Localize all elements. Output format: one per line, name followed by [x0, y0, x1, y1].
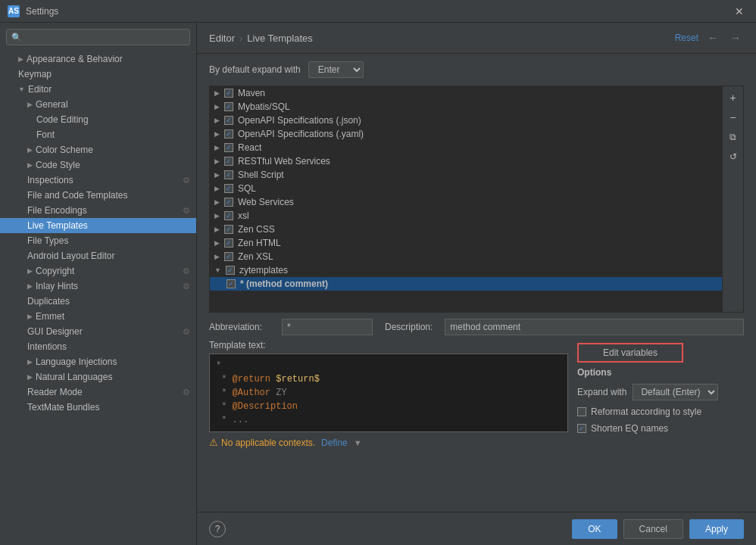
template-group-zen-xsl[interactable]: ▶ Zen XSL [210, 250, 722, 263]
zen-css-checkbox[interactable] [224, 225, 233, 234]
sidebar-item-live-templates[interactable]: Live Templates [0, 218, 196, 233]
sidebar-item-editor[interactable]: ▼ Editor [0, 82, 196, 97]
search-box[interactable]: 🔍 [6, 29, 190, 45]
template-group-mybatis[interactable]: ▶ Mybatis/SQL [210, 100, 722, 114]
help-button[interactable]: ? [209, 521, 226, 537]
close-icon[interactable]: ✕ [730, 4, 748, 19]
remove-button[interactable]: − [725, 109, 742, 126]
sidebar-item-reader-mode[interactable]: Reader Mode ⚙ [0, 385, 196, 400]
sidebar-item-copyright[interactable]: ▶ Copyright ⚙ [0, 263, 196, 279]
react-checkbox[interactable] [224, 143, 233, 152]
sidebar-item-inlay-hints[interactable]: ▶ Inlay Hints ⚙ [0, 279, 196, 294]
copy-button[interactable]: ⧉ [725, 129, 742, 145]
openapi-yaml-checkbox[interactable] [224, 129, 233, 139]
sql-checkbox[interactable] [224, 184, 233, 193]
sidebar: 🔍 ▶ Appearance & Behavior Keymap ▼ Edito… [0, 23, 197, 545]
sidebar-item-android-layout-editor[interactable]: Android Layout Editor [0, 248, 196, 263]
sidebar-item-font[interactable]: Font [0, 127, 196, 142]
sidebar-item-keymap[interactable]: Keymap [0, 67, 196, 82]
add-button[interactable]: + [725, 89, 742, 106]
sidebar-item-code-style[interactable]: ▶ Code Style [0, 157, 196, 173]
sidebar-item-intentions[interactable]: Intentions [0, 339, 196, 354]
chevron-right-icon: ▶ [214, 117, 220, 124]
template-group-openapi-json[interactable]: ▶ OpenAPI Specifications (.json) [210, 114, 722, 127]
zytemplates-checkbox[interactable] [226, 266, 235, 275]
footer: ? OK Cancel Apply [197, 512, 756, 545]
openapi-json-checkbox[interactable] [224, 116, 233, 125]
template-item-method-comment[interactable]: * (method comment) [210, 277, 722, 291]
sidebar-item-appearance[interactable]: ▶ Appearance & Behavior [0, 51, 196, 67]
apply-button[interactable]: Apply [689, 519, 744, 539]
maven-checkbox[interactable] [224, 89, 233, 98]
abbreviation-input[interactable] [282, 319, 373, 335]
template-group-openapi-yaml[interactable]: ▶ OpenAPI Specifications (.yaml) [210, 127, 722, 141]
template-group-shell[interactable]: ▶ Shell Script [210, 168, 722, 182]
sidebar-item-file-types[interactable]: File Types [0, 233, 196, 248]
mybatis-checkbox[interactable] [224, 102, 233, 111]
main-content: By default expand with EnterTabSpace ▶ M… [197, 54, 756, 512]
template-group-xsl[interactable]: ▶ xsl [210, 209, 722, 223]
restful-checkbox[interactable] [224, 157, 233, 166]
shorten-checkbox[interactable] [577, 424, 586, 433]
group-name-zen-html: Zen HTML [238, 238, 281, 248]
chevron-right-icon: ▶ [27, 161, 33, 169]
template-group-restful[interactable]: ▶ RESTful Web Services [210, 154, 722, 168]
reformat-checkbox[interactable] [577, 407, 586, 416]
sidebar-item-file-code-templates[interactable]: File and Code Templates [0, 188, 196, 203]
template-group-zen-html[interactable]: ▶ Zen HTML [210, 236, 722, 250]
expand-label: By default expand with [209, 64, 301, 75]
nav-back-button[interactable]: ← [704, 30, 721, 45]
expand-select[interactable]: EnterTabSpace [308, 61, 364, 78]
method-comment-checkbox[interactable] [226, 279, 236, 288]
template-group-maven[interactable]: ▶ Maven [210, 86, 722, 100]
template-list: ▶ Maven ▶ Mybatis/SQL ▶ OpenAPI S [210, 86, 722, 312]
reset-button[interactable]: Reset [675, 33, 698, 43]
template-group-web-services[interactable]: ▶ Web Services [210, 195, 722, 209]
define-link[interactable]: Define [321, 438, 348, 448]
nav-forward-button[interactable]: → [727, 30, 744, 45]
sidebar-item-duplicates[interactable]: Duplicates [0, 294, 196, 309]
description-input[interactable] [445, 319, 744, 335]
sidebar-item-emmet[interactable]: ▶ Emmet [0, 309, 196, 324]
group-name-maven: Maven [238, 88, 265, 98]
xsl-checkbox[interactable] [224, 211, 233, 220]
chevron-right-icon: ▶ [27, 358, 33, 366]
sidebar-item-language-injections[interactable]: ▶ Language Injections [0, 354, 196, 369]
sidebar-item-color-scheme[interactable]: ▶ Color Scheme [0, 142, 196, 157]
sidebar-item-textmate-bundles[interactable]: TextMate Bundles [0, 400, 196, 415]
chevron-right-icon: ▶ [27, 146, 33, 154]
sidebar-item-general[interactable]: ▶ General [0, 97, 196, 112]
sidebar-item-code-editing[interactable]: Code Editing [0, 112, 196, 127]
sidebar-item-natural-languages[interactable]: ▶ Natural Languages [0, 369, 196, 385]
group-name-react: React [238, 142, 261, 153]
web-services-checkbox[interactable] [224, 198, 233, 207]
bottom-editing-area: Abbreviation: Description: Template text… [209, 319, 744, 504]
shell-checkbox[interactable] [224, 170, 233, 179]
define-arrow: ▼ [354, 438, 362, 447]
search-input[interactable] [25, 32, 185, 42]
restore-button[interactable]: ↺ [725, 148, 742, 165]
no-context-message: ⚠ No applicable contexts. [209, 437, 315, 448]
template-text-area[interactable]: * * @return $return$ * @Author ZY * @Des… [209, 353, 568, 432]
sidebar-item-file-encodings[interactable]: File Encodings ⚙ [0, 203, 196, 218]
sidebar-item-gui-designer[interactable]: GUI Designer ⚙ [0, 324, 196, 339]
abbreviation-label: Abbreviation: [209, 322, 270, 332]
edit-variables-button[interactable]: Edit variables [577, 343, 683, 363]
template-group-zen-css[interactable]: ▶ Zen CSS [210, 223, 722, 236]
group-name-xsl: xsl [238, 210, 249, 221]
expand-with-select[interactable]: Default (Enter)TabSpaceEnter [633, 384, 718, 400]
cancel-button[interactable]: Cancel [623, 519, 683, 539]
sidebar-item-inspections[interactable]: Inspections ⚙ [0, 173, 196, 188]
zen-xsl-checkbox[interactable] [224, 252, 233, 261]
template-group-react[interactable]: ▶ React [210, 141, 722, 154]
template-group-sql[interactable]: ▶ SQL [210, 182, 722, 195]
window-title: Settings [26, 6, 730, 17]
chevron-right-icon: ▶ [18, 55, 23, 63]
content-area: 🔍 ▶ Appearance & Behavior Keymap ▼ Edito… [0, 23, 756, 545]
chevron-right-icon: ▶ [214, 89, 220, 97]
ok-button[interactable]: OK [572, 519, 617, 539]
chevron-right-icon: ▶ [214, 185, 220, 192]
zen-html-checkbox[interactable] [224, 238, 233, 248]
titlebar: AS Settings ✕ [0, 0, 756, 23]
template-group-zytemplates[interactable]: ▼ zytemplates [210, 263, 722, 277]
